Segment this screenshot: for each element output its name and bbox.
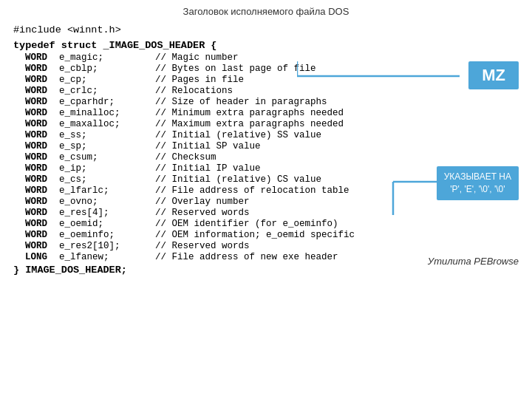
field-name: e_lfanew; xyxy=(59,252,155,263)
field-name: e_magic; xyxy=(59,52,155,64)
field-name: e_cp; xyxy=(59,75,155,86)
include-line: #include <winnt.h> xyxy=(13,24,519,35)
field-type: WORD xyxy=(25,163,59,174)
mz-badge: MZ xyxy=(468,61,519,89)
field-type: WORD xyxy=(25,219,59,230)
field-comment: // Checksum xyxy=(155,152,519,163)
field-comment: // Pages in file xyxy=(155,75,519,86)
field-name: e_res[4]; xyxy=(59,208,155,219)
typedef-start: typedef struct _IMAGE_DOS_HEADER { xyxy=(13,40,519,51)
field-type: WORD xyxy=(25,241,59,252)
field-comment: // Initial (relative) SS value xyxy=(155,130,519,141)
table-row: WORD e_magic; // Magic number xyxy=(13,52,519,64)
field-name: e_oeminfo; xyxy=(59,230,155,241)
field-name: e_crlc; xyxy=(59,86,155,97)
field-type: WORD xyxy=(25,75,59,86)
field-comment: // OEM information; e_oemid specific xyxy=(155,230,519,241)
table-row: WORD e_maxalloc; // Maximum extra paragr… xyxy=(13,119,519,130)
field-type: WORD xyxy=(25,64,59,75)
field-name: e_ss; xyxy=(59,130,155,141)
field-name: e_maxalloc; xyxy=(59,119,155,130)
field-comment: // Minimum extra paragraphs needed xyxy=(155,108,519,119)
field-type: WORD xyxy=(25,185,59,197)
field-type: WORD xyxy=(25,108,59,119)
table-row: WORD e_cblp; // Bytes on last page of fi… xyxy=(13,64,519,75)
field-name: e_csum; xyxy=(59,152,155,163)
table-row: WORD e_csum; // Checksum xyxy=(13,152,519,163)
field-name: e_oemid; xyxy=(59,219,155,230)
field-comment: // Bytes on last page of file xyxy=(155,64,519,75)
field-comment: // Magic number xyxy=(155,52,519,64)
points-to-badge: УКАЗЫВАЕТ НА 'P', 'E', '\0', '\0' xyxy=(437,166,519,200)
field-comment: // Reserved words xyxy=(155,208,519,219)
field-name: e_cblp; xyxy=(59,64,155,75)
field-type: LONG xyxy=(25,252,59,263)
table-row: WORD e_res2[10]; // Reserved words xyxy=(13,241,519,252)
field-type: WORD xyxy=(25,208,59,219)
field-type: WORD xyxy=(25,197,59,208)
field-type: WORD xyxy=(25,230,59,241)
field-comment: // Initial SP value xyxy=(155,141,519,152)
field-name: e_res2[10]; xyxy=(59,241,155,252)
field-name: e_sp; xyxy=(59,141,155,152)
field-name: e_minalloc; xyxy=(59,108,155,119)
field-comment: // OEM identifier (for e_oeminfo) xyxy=(155,219,519,230)
field-name: e_cparhdr; xyxy=(59,97,155,108)
field-type: WORD xyxy=(25,174,59,185)
field-name: e_ip; xyxy=(59,163,155,174)
utility-label: Утилита PEBrowse xyxy=(428,256,519,267)
field-comment: // Size of header in paragraphs xyxy=(155,97,519,108)
table-row: WORD e_oeminfo; // OEM information; e_oe… xyxy=(13,230,519,241)
field-name: e_ovno; xyxy=(59,197,155,208)
table-row: WORD e_minalloc; // Minimum extra paragr… xyxy=(13,108,519,119)
table-row: WORD e_res[4]; // Reserved words xyxy=(13,208,519,219)
field-type: WORD xyxy=(25,141,59,152)
field-type: WORD xyxy=(25,97,59,108)
table-row: WORD e_cparhdr; // Size of header in par… xyxy=(13,97,519,108)
code-table: WORD e_magic; // Magic number WORD e_cbl… xyxy=(13,52,519,263)
field-comment: // Maximum extra paragraphs needed xyxy=(155,119,519,130)
table-row: WORD e_sp; // Initial SP value xyxy=(13,141,519,152)
table-row: WORD e_cp; // Pages in file xyxy=(13,75,519,86)
field-type: WORD xyxy=(25,152,59,163)
table-row: WORD e_crlc; // Relocations xyxy=(13,86,519,97)
field-type: WORD xyxy=(25,119,59,130)
field-type: WORD xyxy=(25,130,59,141)
field-type: WORD xyxy=(25,52,59,64)
page-title: Заголовок исполняемого файла DOS xyxy=(0,0,532,21)
field-comment: // Relocations xyxy=(155,86,519,97)
field-name: e_lfarlc; xyxy=(59,185,155,197)
points-to-line2: 'P', 'E', '\0', '\0' xyxy=(444,183,511,196)
field-name: e_cs; xyxy=(59,174,155,185)
table-row: WORD e_oemid; // OEM identifier (for e_o… xyxy=(13,219,519,230)
field-comment: // Reserved words xyxy=(155,241,519,252)
field-type: WORD xyxy=(25,86,59,97)
points-to-line1: УКАЗЫВАЕТ НА xyxy=(444,171,511,183)
table-row: WORD e_ss; // Initial (relative) SS valu… xyxy=(13,130,519,141)
